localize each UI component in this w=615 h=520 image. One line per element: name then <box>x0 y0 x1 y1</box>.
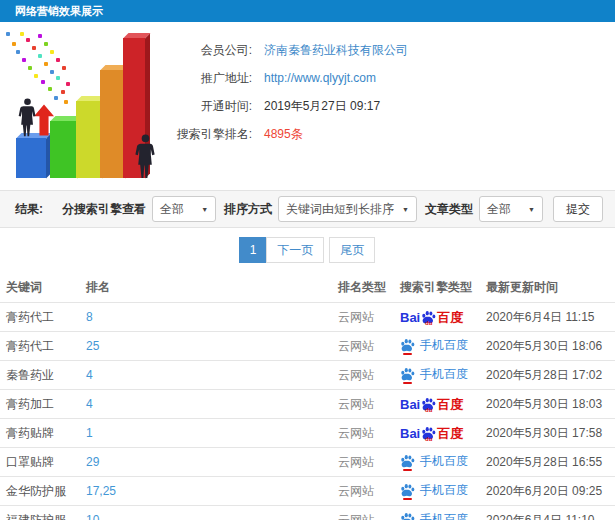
titlebar: 网络营销效果展示 <box>0 0 615 22</box>
promo-url-label: 推广地址: <box>170 70 252 87</box>
rank-type-cell: 云网站 <box>337 448 399 477</box>
keyword-cell: 口罩贴牌 <box>0 448 85 477</box>
sort-label: 排序方式 <box>224 201 272 218</box>
engine-cell: 手机百度 <box>399 332 485 361</box>
baidu-paw-icon <box>400 338 415 352</box>
table-header-row: 关键词 排名 排名类型 搜索引擎类型 最新更新时间 <box>0 272 615 303</box>
rank-link[interactable]: 10 <box>86 513 99 520</box>
keyword-header: 关键词 <box>0 272 85 303</box>
article-type-value: 全部 <box>487 201 511 218</box>
keyword-cell: 膏药加工 <box>0 390 85 419</box>
table-row: 金华防护服17,25云网站手机百度2020年6月20日 09:25 <box>0 477 615 506</box>
next-page-button[interactable]: 下一页 <box>266 237 324 263</box>
updated-cell: 2020年5月28日 17:02 <box>485 361 615 390</box>
rank-link[interactable]: 1 <box>86 426 93 440</box>
baidu-pc-logo: Baidu百度 <box>400 397 463 411</box>
rank-link[interactable]: 4 <box>86 368 93 382</box>
engine-cell: Baidu百度 <box>399 303 485 332</box>
businessman-figure-right <box>135 134 156 180</box>
page-title: 网络营销效果展示 <box>15 5 103 17</box>
keyword-cell: 福建防护服 <box>0 506 85 520</box>
rank-cell: 29 <box>85 448 337 477</box>
member-company-row: 会员公司: 济南秦鲁药业科技有限公司 <box>170 36 408 64</box>
filter-bar: 结果: 分搜索引擎查看 全部 ▼ 排序方式 关键词由短到长排序 ▼ 文章类型 全… <box>0 190 615 228</box>
rank-link[interactable]: 8 <box>86 310 93 324</box>
article-type-select[interactable]: 全部 ▼ <box>479 196 543 222</box>
rank-cell: 1 <box>85 419 337 448</box>
rank-type-header: 排名类型 <box>337 272 399 303</box>
keyword-cell: 膏药贴牌 <box>0 419 85 448</box>
keyword-cell: 膏药代工 <box>0 303 85 332</box>
baidu-pc-logo: Baidu百度 <box>400 426 463 440</box>
baidu-pc-logo: Baidu百度 <box>400 310 463 324</box>
updated-header: 最新更新时间 <box>485 272 615 303</box>
engine-cell: Baidu百度 <box>399 390 485 419</box>
table-row: 福建防护服10云网站手机百度2020年6月4日 11:10 <box>0 506 615 520</box>
pagination: 1 下一页 尾页 <box>0 228 615 272</box>
engine-cell: 手机百度 <box>399 448 485 477</box>
baidu-mobile-logo: 手机百度 <box>400 337 468 354</box>
bar-blue <box>16 138 46 178</box>
keyword-table-body: 膏药代工8云网站Baidu百度2020年6月4日 11:15膏药代工25云网站手… <box>0 303 615 520</box>
rank-cell: 4 <box>85 390 337 419</box>
hero-section: 会员公司: 济南秦鲁药业科技有限公司 推广地址: http://www.qlyy… <box>0 22 615 190</box>
baidu-mobile-logo: 手机百度 <box>400 453 468 470</box>
engine-cell: Baidu百度 <box>399 419 485 448</box>
promo-url-link[interactable]: http://www.qlyyjt.com <box>264 71 376 85</box>
member-company-label: 会员公司: <box>170 42 252 59</box>
baidu-paw-icon <box>400 512 415 520</box>
ranking-count-row: 搜索引擎排名: 4895条 <box>170 120 408 148</box>
member-company-link[interactable]: 济南秦鲁药业科技有限公司 <box>264 42 408 59</box>
engine-view-label: 分搜索引擎查看 <box>62 201 146 218</box>
account-info: 会员公司: 济南秦鲁药业科技有限公司 推广地址: http://www.qlyy… <box>170 36 408 148</box>
rank-type-cell: 云网站 <box>337 303 399 332</box>
result-section-label: 结果: <box>15 201 43 218</box>
table-row: 膏药加工4云网站Baidu百度2020年5月30日 18:03 <box>0 390 615 419</box>
ranking-count-label: 搜索引擎排名: <box>170 126 252 143</box>
filter-controls: 分搜索引擎查看 全部 ▼ 排序方式 关键词由短到长排序 ▼ 文章类型 全部 ▼ … <box>54 196 603 222</box>
updated-cell: 2020年5月30日 18:06 <box>485 332 615 361</box>
rank-cell: 8 <box>85 303 337 332</box>
rank-header: 排名 <box>85 272 337 303</box>
rank-type-cell: 云网站 <box>337 419 399 448</box>
sort-select[interactable]: 关键词由短到长排序 ▼ <box>278 196 417 222</box>
engine-cell: 手机百度 <box>399 477 485 506</box>
updated-cell: 2020年5月30日 18:03 <box>485 390 615 419</box>
rank-type-cell: 云网站 <box>337 506 399 520</box>
submit-button[interactable]: 提交 <box>553 196 603 222</box>
table-row: 秦鲁药业4云网站手机百度2020年5月28日 17:02 <box>0 361 615 390</box>
rank-type-cell: 云网站 <box>337 332 399 361</box>
page-1-button[interactable]: 1 <box>239 237 268 263</box>
growth-chart-illustration <box>2 30 172 182</box>
rank-type-cell: 云网站 <box>337 361 399 390</box>
ranking-count-value: 4895条 <box>264 126 303 143</box>
engine-view-value: 全部 <box>160 201 184 218</box>
rank-type-cell: 云网站 <box>337 477 399 506</box>
engine-view-select[interactable]: 全部 ▼ <box>152 196 216 222</box>
rank-cell: 4 <box>85 361 337 390</box>
table-row: 膏药代工8云网站Baidu百度2020年6月4日 11:15 <box>0 303 615 332</box>
article-type-label: 文章类型 <box>425 201 473 218</box>
open-time-row: 开通时间: 2019年5月27日 09:17 <box>170 92 408 120</box>
table-row: 膏药贴牌1云网站Baidu百度2020年5月30日 17:58 <box>0 419 615 448</box>
rank-link[interactable]: 29 <box>86 455 99 469</box>
confetti-dots <box>6 32 10 36</box>
bar-orange <box>100 70 125 178</box>
rank-link[interactable]: 17,25 <box>86 484 116 498</box>
keyword-cell: 秦鲁药业 <box>0 361 85 390</box>
engine-type-header: 搜索引擎类型 <box>399 272 485 303</box>
baidu-paw-icon <box>400 367 415 381</box>
last-page-button[interactable]: 尾页 <box>329 237 375 263</box>
rank-link[interactable]: 25 <box>86 339 99 353</box>
open-time-value: 2019年5月27日 09:17 <box>264 98 380 115</box>
updated-cell: 2020年5月28日 16:55 <box>485 448 615 477</box>
table-row: 膏药代工25云网站手机百度2020年5月30日 18:06 <box>0 332 615 361</box>
baidu-paw-icon <box>400 483 415 497</box>
bar-yellow <box>76 101 102 178</box>
chevron-down-icon: ▼ <box>528 206 535 213</box>
chevron-down-icon: ▼ <box>201 206 208 213</box>
chevron-down-icon: ▼ <box>402 206 409 213</box>
updated-cell: 2020年6月4日 11:15 <box>485 303 615 332</box>
updated-cell: 2020年5月30日 17:58 <box>485 419 615 448</box>
rank-link[interactable]: 4 <box>86 397 93 411</box>
